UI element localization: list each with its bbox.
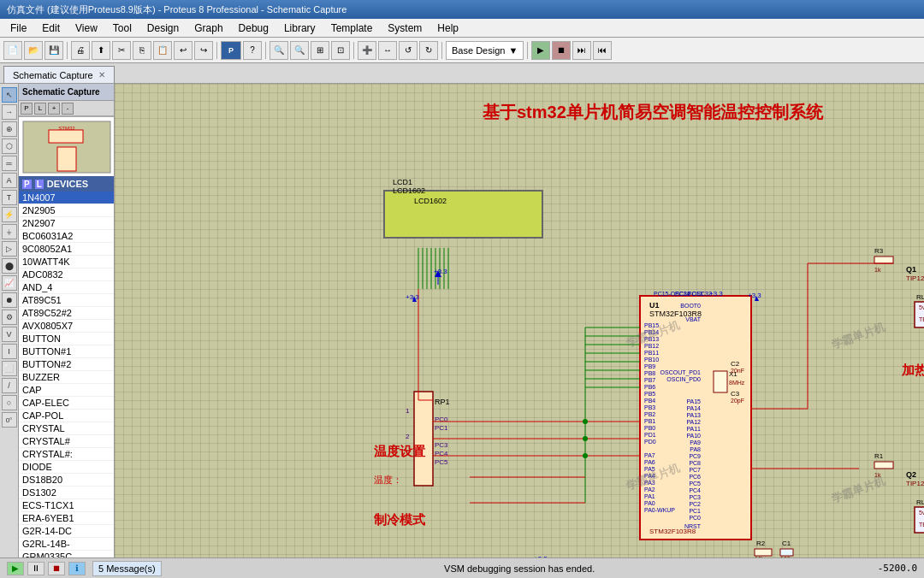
device-era[interactable]: ERA-6YEB1 bbox=[19, 512, 114, 525]
device-g2r[interactable]: G2R-14-DC bbox=[19, 525, 114, 538]
tool-tape[interactable]: ⏺ bbox=[2, 292, 17, 308]
device-adc0832[interactable]: ADC0832 bbox=[19, 268, 114, 281]
tb-print[interactable]: 🖨 bbox=[71, 41, 90, 60]
menu-view[interactable]: View bbox=[68, 21, 104, 36]
tb-rotate[interactable]: ↺ bbox=[399, 41, 418, 60]
info-button[interactable]: ℹ bbox=[68, 562, 86, 575]
tb-import[interactable]: ⬆ bbox=[92, 41, 110, 60]
device-list[interactable]: 1N4007 2N2905 2N2907 BC06031A2 9C08052A1… bbox=[19, 192, 114, 557]
tb-zoom-out[interactable]: 🔍 bbox=[290, 41, 309, 60]
tb-zoom-in[interactable]: 🔍 bbox=[270, 41, 288, 60]
device-1n4007[interactable]: 1N4007 bbox=[19, 192, 114, 204]
tool-box[interactable]: ⬜ bbox=[2, 361, 17, 376]
menu-system[interactable]: System bbox=[381, 21, 429, 36]
tb-redo[interactable]: ↪ bbox=[194, 41, 213, 60]
messages-area[interactable]: 5 Message(s) bbox=[92, 561, 162, 576]
tool-wire[interactable]: ⬡ bbox=[2, 139, 17, 154]
panel-p-btn[interactable]: P bbox=[21, 103, 33, 115]
tool-ground[interactable]: ⏚ bbox=[2, 224, 17, 239]
tool-junction[interactable]: ⊕ bbox=[2, 121, 17, 137]
pause-button[interactable]: ⏸ bbox=[27, 562, 44, 575]
menu-design[interactable]: Design bbox=[140, 21, 186, 36]
device-button2[interactable]: BUTTON#2 bbox=[19, 358, 114, 371]
device-ds18b20[interactable]: DS18B20 bbox=[19, 474, 114, 487]
tool-current[interactable]: I bbox=[2, 344, 17, 359]
device-10watt4k[interactable]: 10WATT4K bbox=[19, 256, 114, 268]
device-buzzer[interactable]: BUZZER bbox=[19, 371, 114, 384]
tb-zoom-sel[interactable]: ⊡ bbox=[331, 41, 350, 60]
device-cap[interactable]: CAP bbox=[19, 384, 114, 397]
device-crystal3[interactable]: CRYSTAL#: bbox=[19, 448, 114, 461]
tool-voltage[interactable]: V bbox=[2, 327, 17, 342]
menu-debug[interactable]: Debug bbox=[232, 21, 275, 36]
tool-generator[interactable]: ⚙ bbox=[2, 310, 17, 325]
tool-component[interactable]: → bbox=[2, 104, 17, 120]
tb-help[interactable]: ? bbox=[243, 41, 262, 60]
device-crystal[interactable]: CRYSTAL bbox=[19, 422, 114, 435]
menu-help[interactable]: Help bbox=[430, 21, 465, 36]
device-crystal2[interactable]: CRYSTAL# bbox=[19, 435, 114, 448]
device-2n2905[interactable]: 2N2905 bbox=[19, 204, 114, 217]
tool-label[interactable]: A bbox=[2, 173, 17, 188]
play-button[interactable]: ▶ bbox=[7, 562, 24, 575]
tb-run[interactable]: ▶ bbox=[531, 41, 550, 60]
tool-text[interactable]: T bbox=[2, 190, 17, 205]
tool-bus[interactable]: ═ bbox=[2, 156, 17, 171]
device-g2rl[interactable]: G2RL-14B- bbox=[19, 538, 114, 551]
tb-add[interactable]: ➕ bbox=[358, 41, 376, 60]
lcd-type2: LCD1602 bbox=[414, 197, 447, 205]
tool-probe[interactable]: ⬤ bbox=[2, 258, 17, 274]
device-and4[interactable]: AND_4 bbox=[19, 281, 114, 294]
device-button[interactable]: BUTTON bbox=[19, 333, 114, 345]
tb-undo[interactable]: ↩ bbox=[174, 41, 192, 60]
device-ds1302[interactable]: DS1302 bbox=[19, 487, 114, 499]
tb-new[interactable]: 📄 bbox=[3, 41, 22, 60]
tool-line[interactable]: / bbox=[2, 378, 17, 393]
tb-zoom-fit[interactable]: ⊞ bbox=[311, 41, 329, 60]
device-9c08052a1[interactable]: 9C08052A1 bbox=[19, 243, 114, 256]
tool-graph[interactable]: 📈 bbox=[2, 275, 17, 291]
device-grm[interactable]: GRM0335C bbox=[19, 551, 114, 557]
device-avx[interactable]: AVX0805X7 bbox=[19, 320, 114, 333]
device-at89c52[interactable]: AT89C52#2 bbox=[19, 307, 114, 320]
tb-paste[interactable]: 📋 bbox=[153, 41, 172, 60]
device-cap-elec[interactable]: CAP-ELEC bbox=[19, 397, 114, 410]
panel-del-btn[interactable]: - bbox=[62, 103, 74, 115]
tb-save[interactable]: 💾 bbox=[44, 41, 63, 60]
device-at89c51[interactable]: AT89C51 bbox=[19, 294, 114, 307]
stop-button[interactable]: ⏹ bbox=[48, 562, 65, 575]
tb-copy[interactable]: ⎘ bbox=[133, 41, 151, 60]
menu-library[interactable]: Library bbox=[277, 21, 323, 36]
device-diode[interactable]: DIODE bbox=[19, 461, 114, 474]
tool-angle[interactable]: 0° bbox=[2, 412, 17, 428]
tab-schematic[interactable]: Schematic Capture ✕ bbox=[3, 66, 115, 83]
tb-step-back[interactable]: ⏮ bbox=[593, 41, 612, 60]
menu-edit[interactable]: Edit bbox=[35, 21, 67, 36]
tb-open[interactable]: 📂 bbox=[24, 41, 43, 60]
panel-l-btn[interactable]: L bbox=[34, 103, 46, 115]
tb-design-dropdown[interactable]: Base Design ▼ bbox=[446, 41, 524, 60]
tb-proteus-logo[interactable]: P bbox=[221, 41, 241, 60]
panel-add-btn[interactable]: + bbox=[48, 103, 60, 115]
tb-mirror[interactable]: ↻ bbox=[419, 41, 438, 60]
tb-stop[interactable]: ⏹ bbox=[552, 41, 571, 60]
tb-move[interactable]: ↔ bbox=[378, 41, 397, 60]
device-button1[interactable]: BUTTON#1 bbox=[19, 345, 114, 358]
tool-power[interactable]: ⚡ bbox=[2, 207, 17, 222]
menu-tool[interactable]: Tool bbox=[106, 21, 139, 36]
tool-port[interactable]: ▷ bbox=[2, 241, 17, 257]
menu-graph[interactable]: Graph bbox=[187, 21, 229, 36]
tool-select[interactable]: ↖ bbox=[2, 87, 17, 103]
device-bc06031a2[interactable]: BC06031A2 bbox=[19, 230, 114, 243]
device-ecs[interactable]: ECS-T1CX1 bbox=[19, 499, 114, 512]
device-cap-pol[interactable]: CAP-POL bbox=[19, 410, 114, 422]
schematic-canvas[interactable]: 基于stm32单片机简易空调智能温控控制系统 LCD1 LCD1602 LCD1… bbox=[115, 84, 924, 557]
tb-cut[interactable]: ✂ bbox=[112, 41, 131, 60]
menu-template[interactable]: Template bbox=[324, 21, 380, 36]
device-2n2907[interactable]: 2N2907 bbox=[19, 217, 114, 230]
menu-file[interactable]: File bbox=[3, 21, 33, 36]
tab-close-btn[interactable]: ✕ bbox=[98, 70, 105, 80]
rp1-component bbox=[414, 392, 433, 486]
tool-circle[interactable]: ○ bbox=[2, 395, 17, 410]
tb-step[interactable]: ⏭ bbox=[572, 41, 591, 60]
